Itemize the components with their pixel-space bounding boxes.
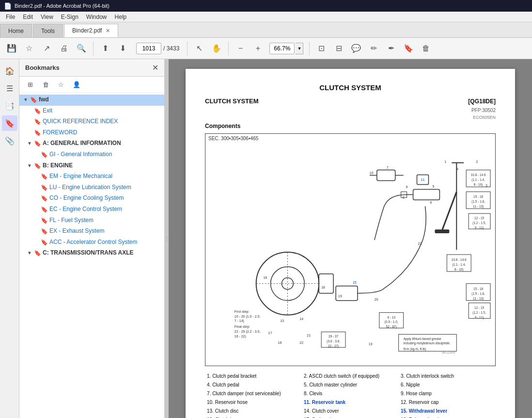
svg-text:First step:: First step: bbox=[235, 310, 250, 314]
part-10-desc: Reservoir hose bbox=[215, 400, 248, 405]
bookmark-qri[interactable]: 🔖 QUICK REFERENCE INDEX bbox=[19, 116, 164, 128]
tab-close-icon[interactable]: ✕ bbox=[106, 28, 110, 34]
save-button[interactable]: 💾 bbox=[4, 41, 19, 56]
stamp-button[interactable]: 🔖 bbox=[401, 41, 416, 56]
menu-help[interactable]: Help bbox=[111, 13, 131, 21]
bookmark-icon-ex: 🔖 bbox=[41, 228, 47, 236]
part-5-num: 5. bbox=[304, 382, 309, 387]
menu-view[interactable]: View bbox=[37, 13, 57, 21]
bookmark-fwd[interactable]: ▼ 🔖 fwd bbox=[19, 95, 164, 106]
fit-page-button[interactable]: ⊡ bbox=[313, 41, 329, 56]
svg-text:10.8 - 14.6: 10.8 - 14.6 bbox=[471, 174, 486, 177]
bookmark-options-button[interactable]: 👤 bbox=[70, 79, 83, 90]
comment-button[interactable]: 💬 bbox=[348, 41, 364, 56]
pdf-pfp-code: PFP:30502 bbox=[205, 108, 496, 113]
bookmark-label-b-engine: B: ENGINE bbox=[41, 162, 73, 170]
bookmark-delete-button[interactable]: 🗑 bbox=[39, 79, 52, 90]
bookmarks-icon-btn[interactable]: 🔖 bbox=[2, 115, 17, 131]
bookmark-lu[interactable]: 🔖 LU - Engine Lubrication System bbox=[19, 182, 164, 193]
print-button[interactable]: 🖨 bbox=[56, 41, 72, 56]
bookmark-acc[interactable]: 🔖 ACC - Accelerator Control System bbox=[19, 237, 164, 248]
menu-edit[interactable]: Edit bbox=[19, 13, 37, 21]
zoom-out-button[interactable]: − bbox=[233, 41, 248, 56]
tab-tools[interactable]: Tools bbox=[33, 24, 63, 37]
sidebar-close-button[interactable]: ✕ bbox=[152, 63, 158, 72]
bookmark-gi[interactable]: 🔖 GI - General Information bbox=[19, 149, 164, 161]
bookmark-label-foreword: FOREWORD bbox=[41, 129, 77, 137]
svg-text:6: 6 bbox=[430, 201, 432, 204]
svg-text:N·m (kg-m, ft-lb): N·m (kg-m, ft-lb) bbox=[404, 347, 426, 351]
svg-text:5: 5 bbox=[432, 185, 434, 188]
svg-text:including molybdenum disulphid: including molybdenum disulphide. bbox=[404, 341, 451, 345]
bookmark-label-fwd: fwd bbox=[37, 96, 49, 104]
hand-tool-button[interactable]: ✋ bbox=[209, 41, 224, 56]
bookmark-c-trans[interactable]: ▼ 🔖 C: TRANSMISSION/TRANS AXLE bbox=[19, 248, 164, 259]
bookmark-ec[interactable]: 🔖 EC - Engine Control System bbox=[19, 204, 164, 215]
part-6-num: 6. bbox=[401, 382, 406, 387]
highlight-button[interactable]: ✏ bbox=[366, 41, 381, 56]
menu-file[interactable]: File bbox=[2, 13, 19, 21]
bookmark-co[interactable]: 🔖 CO - Engine Cooling System bbox=[19, 193, 164, 204]
bookmark-exit[interactable]: 🔖 Exit bbox=[19, 106, 164, 117]
bookmark-foreword[interactable]: 🔖 FOREWORD bbox=[19, 128, 164, 139]
bookmark-icon-lu: 🔖 bbox=[41, 184, 47, 192]
pdf-section-header: CLUTCH SYSTEM bbox=[205, 97, 259, 105]
part-11-desc: Reservoir tank bbox=[312, 400, 345, 405]
bookmark-icon-co: 🔖 bbox=[41, 195, 47, 203]
bookmark-icon-exit: 🔖 bbox=[34, 108, 41, 115]
pages-icon-btn[interactable]: 📑 bbox=[2, 98, 17, 113]
svg-text:(1.5 - 1.8,: (1.5 - 1.8, bbox=[471, 292, 485, 296]
next-page-button[interactable]: ⬇ bbox=[115, 41, 130, 56]
part-9-num: 9. bbox=[401, 391, 406, 396]
pdf-bracket-label: [QG18DE] bbox=[468, 98, 496, 105]
svg-text:1: 1 bbox=[444, 160, 446, 163]
svg-text:6 - 10: 6 - 10 bbox=[387, 316, 395, 319]
bookmark-a-gen[interactable]: ▼ 🔖 A: GENERAL INFORMATION bbox=[19, 138, 164, 149]
title-bar-text: Binder2.pdf - Adobe Acrobat Pro (64-bit) bbox=[15, 3, 110, 9]
zoom-dropdown-button[interactable]: ▼ bbox=[296, 43, 303, 54]
bookmark-button[interactable]: ☆ bbox=[21, 41, 37, 56]
share-button[interactable]: ↗ bbox=[39, 41, 54, 56]
pdf-area[interactable]: CLUTCH SYSTEM CLUTCH SYSTEM [QG18DE] PFP… bbox=[169, 59, 532, 418]
title-bar: 📄 Binder2.pdf - Adobe Acrobat Pro (64-bi… bbox=[0, 0, 532, 12]
tab-home[interactable]: Home bbox=[0, 24, 32, 37]
svg-text:8: 8 bbox=[403, 196, 405, 199]
menu-esign[interactable]: E-Sign bbox=[57, 13, 82, 21]
bookmark-b-engine[interactable]: ▼ 🔖 B: ENGINE bbox=[19, 161, 164, 172]
bookmark-em[interactable]: 🔖 EM - Engine Mechanical bbox=[19, 171, 164, 182]
part-12-desc: Reservoir cap bbox=[409, 400, 439, 405]
expand-icon-b-engine: ▼ bbox=[27, 162, 34, 169]
svg-text:(1.2 - 1.5,: (1.2 - 1.5, bbox=[472, 221, 486, 225]
zoom-input[interactable] bbox=[269, 43, 295, 54]
layers-icon-btn[interactable]: ☰ bbox=[2, 80, 17, 96]
bookmark-icon-acc: 🔖 bbox=[41, 239, 47, 247]
home-icon-btn[interactable]: 🏠 bbox=[2, 63, 17, 79]
pdf-diagram-box: SEC. 300•305•306•465 bbox=[205, 133, 496, 366]
bookmark-icon-fwd: 🔖 bbox=[30, 96, 37, 104]
expand-icon-c-trans: ▼ bbox=[27, 250, 34, 256]
zoom-in-button[interactable]: + bbox=[250, 41, 266, 56]
page-total-label: / 3433 bbox=[163, 45, 179, 52]
fit-width-button[interactable]: ⊟ bbox=[331, 41, 346, 56]
page-number-input[interactable] bbox=[136, 43, 161, 54]
delete-button[interactable]: 🗑 bbox=[418, 41, 434, 56]
menu-window[interactable]: Window bbox=[82, 13, 111, 21]
bookmark-icon-em: 🔖 bbox=[41, 173, 47, 181]
resize-handle[interactable]: ⋮ bbox=[165, 59, 169, 418]
draw-button[interactable]: ✒ bbox=[383, 41, 399, 56]
bookmark-ex[interactable]: 🔖 EX - Exhaust System bbox=[19, 226, 164, 237]
toolbar: 💾 ☆ ↗ 🖨 🔍 ⬆ ⬇ / 3433 ↖ ✋ − + ▼ ⊡ ⊟ 💬 ✏ ✒… bbox=[0, 38, 532, 59]
prev-page-button[interactable]: ⬆ bbox=[97, 41, 113, 56]
bookmark-new-button[interactable]: ☆ bbox=[54, 79, 68, 90]
select-tool-button[interactable]: ↖ bbox=[191, 41, 207, 56]
svg-text:13: 13 bbox=[280, 320, 284, 323]
svg-text:18: 18 bbox=[321, 286, 325, 289]
bookmark-expand-all-button[interactable]: ⊞ bbox=[23, 79, 37, 90]
search-button[interactable]: 🔍 bbox=[74, 41, 89, 56]
bookmark-fl[interactable]: 🔖 FL - Fuel System bbox=[19, 215, 164, 226]
attachments-icon-btn[interactable]: 📎 bbox=[2, 133, 17, 148]
svg-text:(1.1 - 1.4,: (1.1 - 1.4, bbox=[471, 178, 485, 182]
svg-text:15 - 18: 15 - 18 bbox=[473, 287, 484, 290]
tab-binder2[interactable]: Binder2.pdf ✕ bbox=[64, 24, 118, 37]
svg-text:18: 18 bbox=[278, 341, 282, 344]
